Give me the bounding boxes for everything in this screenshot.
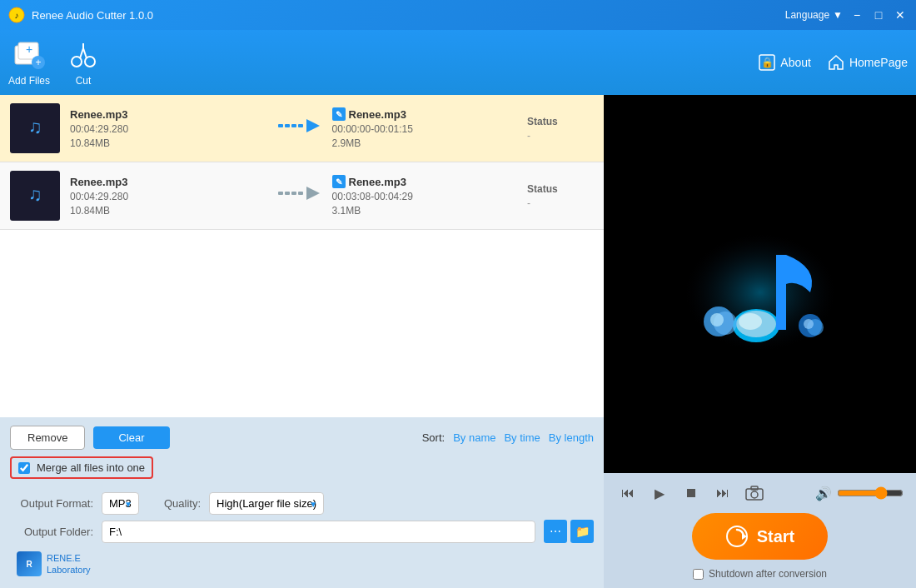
svg-marker-20 [306,119,320,132]
folder-open-button[interactable]: 📁 [570,520,594,543]
quality-label: Quality: [164,497,201,510]
main-container: ♫ Renee.mp3 00:04:29.280 10.84MB [0,95,916,588]
output-size: 2.9MB [332,137,528,149]
svg-text:♫: ♫ [28,117,42,137]
merge-checkbox[interactable] [18,462,30,474]
about-label: About [780,56,811,69]
minimize-button[interactable]: − [849,7,864,22]
table-row: ♫ Renee.mp3 00:04:29.280 10.84MB [0,162,604,230]
cut-label: Cut [76,75,92,87]
skip-back-button[interactable]: ⏮ [616,481,640,505]
edit-icon: ✎ [332,107,346,121]
sort-by-time[interactable]: By time [504,431,540,444]
svg-rect-24 [285,192,290,195]
controls-panel: ⏮ ▶ ⏹ ⏭ 🔊 [604,473,916,588]
add-files-icon: + + [12,38,46,72]
merge-label: Merge all files into one [37,461,145,474]
volume-icon: 🔊 [815,486,832,501]
svg-point-38 [804,319,814,329]
arrow-icon [278,116,320,141]
file-name: Renee.mp3 [70,108,266,121]
close-button[interactable]: ✕ [893,7,908,22]
file-thumbnail: ♫ [10,171,60,221]
svg-point-40 [751,491,758,498]
cut-button[interactable]: Cut [67,38,100,87]
language-selector[interactable]: Language ▼ [785,9,843,21]
file-duration: 00:04:29.280 [70,123,266,135]
play-button[interactable]: ▶ [648,481,671,505]
file-list: ♫ Renee.mp3 00:04:29.280 10.84MB [0,95,604,417]
quality-select[interactable]: High(Larger file size) [209,492,324,515]
svg-rect-23 [278,192,283,195]
playback-controls: ⏮ ▶ ⏹ ⏭ 🔊 [616,481,904,505]
table-row: ♫ Renee.mp3 00:04:29.280 10.84MB [0,95,604,162]
renee-logo-text: RENE.E Laboratory [47,552,91,576]
start-button[interactable]: Start [692,513,829,560]
homepage-label: HomePage [849,56,908,69]
sort-by-length[interactable]: By length [549,431,594,444]
folder-browse-button[interactable]: ⋯ [544,520,567,543]
file-size: 10.84MB [70,137,266,149]
format-select[interactable]: MP3 [102,492,139,515]
folder-buttons: ⋯ 📁 [544,520,594,543]
file-thumbnail: ♫ [10,103,60,153]
stop-button[interactable]: ⏹ [680,481,703,505]
status-area: Status - [527,116,594,142]
edit-icon: ✎ [332,175,346,188]
sort-label: Sort: [422,431,445,444]
maximize-button[interactable]: □ [871,7,886,22]
bottom-controls: Remove Clear Sort: By name By time By le… [0,417,604,588]
svg-rect-31 [776,255,786,330]
svg-rect-18 [291,124,296,127]
output-name: ✎ Renee.mp3 [332,107,528,121]
renee-logo: R RENE.E Laboratory [10,548,594,580]
format-label: Output Format: [10,497,93,510]
output-time: 00:03:08-00:04:29 [332,191,528,202]
skip-forward-button[interactable]: ⏭ [711,481,734,505]
remove-button[interactable]: Remove [10,426,85,450]
music-visual [669,201,852,367]
shutdown-checkbox[interactable] [693,569,704,580]
svg-text:♪: ♪ [15,11,19,20]
svg-rect-25 [291,192,296,195]
output-info: ✎ Renee.mp3 00:00:00-00:01:15 2.9MB [332,107,528,149]
merge-row: Merge all files into one [10,456,594,486]
sort-by-name[interactable]: By name [453,431,495,444]
arrow-area [266,183,332,208]
clear-button[interactable]: Clear [93,426,169,449]
volume-slider[interactable] [837,486,904,500]
output-time: 00:00:00-00:01:15 [332,123,528,135]
svg-rect-16 [278,124,283,127]
file-info: Renee.mp3 00:04:29.280 10.84MB [70,108,266,149]
file-size: 10.84MB [70,205,266,217]
status-label: Status [527,116,558,127]
camera-button[interactable] [743,481,766,505]
about-button[interactable]: 🔒 About [759,54,811,71]
sort-area: Sort: By name By time By length [422,431,594,444]
format-select-wrapper: MP3 [102,492,139,515]
app-logo: ♪ [8,7,25,23]
folder-input[interactable] [102,521,535,543]
svg-marker-27 [306,187,320,200]
quality-select-wrapper: High(Larger file size) [209,492,324,515]
svg-rect-26 [298,192,303,195]
title-bar: ♪ Renee Audio Cutter 1.0.0 Language ▼ − … [0,0,916,30]
start-label: Start [757,527,795,546]
folder-row: Output Folder: ⋯ 📁 [10,520,594,543]
arrow-icon [278,183,320,208]
right-panel: ⏮ ▶ ⏹ ⏭ 🔊 [604,95,916,588]
homepage-button[interactable]: HomePage [828,54,908,71]
merge-container: Merge all files into one [10,456,153,479]
svg-text:🔒: 🔒 [761,56,774,68]
file-name: Renee.mp3 [70,176,266,188]
svg-rect-17 [285,124,290,127]
renee-logo-icon: R [17,551,42,576]
add-files-button[interactable]: + + Add Files [8,38,50,87]
svg-rect-19 [298,124,303,127]
svg-rect-41 [751,486,758,490]
status-value: - [527,130,530,142]
volume-area: 🔊 [815,486,904,501]
output-name: ✎ Renee.mp3 [332,175,528,188]
file-info: Renee.mp3 00:04:29.280 10.84MB [70,176,266,217]
toolbar-right: 🔒 About HomePage [759,54,908,71]
